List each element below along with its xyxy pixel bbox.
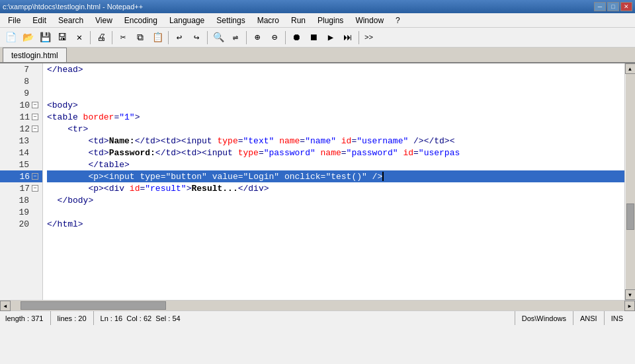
scroll-down-button[interactable]: ▼ [625,289,636,300]
maximize-button[interactable]: □ [607,2,619,11]
line-num-15: 15 [0,159,42,170]
separator-5 [246,31,247,44]
macro-stop-button[interactable]: ⏹ [306,30,321,46]
separator-2 [112,31,112,44]
separator-7 [359,31,359,44]
separator-1 [90,31,91,44]
menu-plugins[interactable]: Plugins [312,13,349,27]
menu-view[interactable]: View [90,13,118,27]
fold-icon-12[interactable]: − [32,126,38,132]
window-controls: ─ □ ✕ [594,2,632,11]
code-line-15: </table> [47,159,624,170]
code-line-12: <tr> [47,123,624,135]
paste-button[interactable]: 📋 [149,30,165,46]
menu-macro[interactable]: Macro [252,13,284,27]
close-button[interactable]: ✕ [620,2,632,11]
status-format: Dos\Windows [515,311,573,325]
macro-play-button[interactable]: ▶ [323,30,339,46]
code-line-17: <p><div id="result">Result...</div> [47,182,624,194]
title-text: c:\xampp\htdocs\testlogin.html - Notepad… [3,3,143,11]
menu-window[interactable]: Window [350,13,389,27]
code-line-20: </html> [47,218,624,230]
line-num-12: 12 − [0,123,42,135]
toolbar: 📄 📂 💾 🖫 ✕ 🖨 ✂ ⧉ 📋 ↩ ↪ 🔍 ⇌ ⊕ ⊖ ⏺ ⏹ ▶ ⏭ >> [0,28,635,48]
toolbar-more[interactable]: >> [362,32,376,43]
fold-icon-11[interactable]: − [32,114,38,120]
code-area[interactable]: </head> <body> <table border="1"> <tr> <… [43,63,624,300]
scroll-right-button[interactable]: ► [624,301,635,311]
menu-encoding[interactable]: Encoding [119,13,163,27]
open-button[interactable]: 📂 [20,30,36,46]
horizontal-scrollbar[interactable] [11,301,624,310]
separator-6 [285,31,286,44]
line-num-11: 11 − [0,111,42,123]
code-line-19 [47,206,624,218]
tab-bar: testlogin.html [0,48,635,63]
tab-testlogin[interactable]: testlogin.html [3,48,67,62]
line-num-16: 16 − [0,170,42,182]
editor-container: 7 8 9 10 − 11 − 12 − 13 [0,63,635,300]
line-num-7: 7 [0,63,42,75]
fold-icon-16[interactable]: − [32,173,38,180]
fold-icon-17[interactable]: − [32,185,38,192]
line-num-13: 13 [0,135,42,147]
line-num-8: 8 [0,75,42,87]
line-num-14: 14 [0,147,42,159]
macro-record-button[interactable]: ⏺ [288,30,304,46]
save-button[interactable]: 💾 [37,30,53,46]
line-numbers: 7 8 9 10 − 11 − 12 − 13 [0,63,43,300]
code-line-11: <table border="1"> [47,111,624,123]
vertical-scrollbar: ▲ ▼ [624,63,635,300]
menu-run[interactable]: Run [286,13,311,27]
scroll-track[interactable] [626,74,635,289]
menu-file[interactable]: File [3,13,26,27]
code-line-18: </body> [47,194,624,206]
status-ins: INS [605,311,630,325]
code-line-10: <body> [47,99,624,111]
scroll-left-button[interactable]: ◄ [0,301,11,311]
menu-search[interactable]: Search [53,13,89,27]
redo-button[interactable]: ↪ [189,30,204,46]
menu-help[interactable]: ? [390,13,405,27]
scroll-up-button[interactable]: ▲ [625,63,636,74]
fold-icon-10[interactable]: − [32,102,38,108]
macro-run-button[interactable]: ⏭ [340,30,356,46]
line-num-20: 20 [0,218,42,230]
separator-3 [168,31,169,44]
text-cursor [382,172,384,181]
undo-button[interactable]: ↩ [171,30,187,46]
status-encoding: ANSI [573,311,605,325]
scroll-thumb[interactable] [626,203,634,230]
code-line-16: <p><input type="button" value="Login" on… [47,170,624,182]
status-length: length : 371 [5,311,51,325]
status-bar: length : 371 lines : 20 Ln : 16 Col : 62… [0,310,635,325]
tab-label: testlogin.html [11,51,58,60]
cut-button[interactable]: ✂ [115,30,131,46]
zoom-out-button[interactable]: ⊖ [267,30,282,46]
code-line-9 [47,87,624,99]
h-scroll-thumb[interactable] [21,301,166,310]
menu-edit[interactable]: Edit [27,13,52,27]
zoom-in-button[interactable]: ⊕ [249,30,265,46]
status-ln: Ln : 16 Col : 62 Sel : 54 [94,311,515,325]
separator-4 [207,31,208,44]
status-lines: lines : 20 [51,311,94,325]
code-line-8 [47,75,624,87]
line-num-9: 9 [0,87,42,99]
save-all-button[interactable]: 🖫 [54,30,70,46]
code-line-13: <td>Name:</td><td><input type="text" nam… [47,135,624,147]
code-line-14: <td>Password:</td><td><input type="passw… [47,147,624,159]
title-bar: c:\xampp\htdocs\testlogin.html - Notepad… [0,0,635,13]
line-num-10: 10 − [0,99,42,111]
menu-settings[interactable]: Settings [211,13,250,27]
menu-language[interactable]: Language [164,13,210,27]
new-button[interactable]: 📄 [3,30,19,46]
print-button[interactable]: 🖨 [93,30,109,46]
line-num-17: 17 − [0,182,42,194]
close-button-tb[interactable]: ✕ [71,30,87,46]
minimize-button[interactable]: ─ [594,2,606,11]
copy-button[interactable]: ⧉ [132,30,148,46]
line-num-18: 18 [0,194,42,206]
find-replace-button[interactable]: ⇌ [228,30,243,46]
find-button[interactable]: 🔍 [210,30,226,46]
